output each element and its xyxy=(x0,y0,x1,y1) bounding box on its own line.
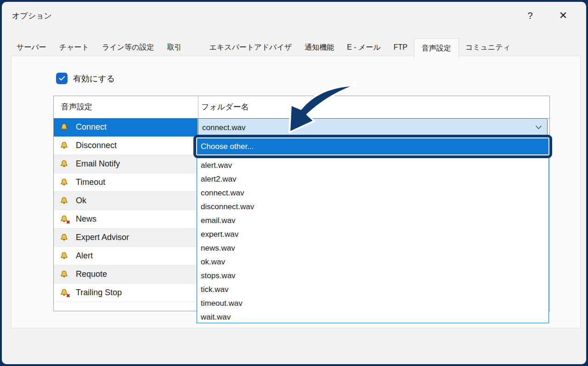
dropdown-item[interactable]: alert.wav xyxy=(197,159,548,172)
dropdown-item[interactable]: alert2.wav xyxy=(197,172,548,186)
dropdown-item[interactable]: email.wav xyxy=(197,214,548,228)
row-label: Alert xyxy=(76,251,93,261)
check-icon xyxy=(59,76,65,81)
row-label: News xyxy=(76,214,96,224)
tab-item[interactable]: サーバー xyxy=(10,39,53,56)
bell-icon xyxy=(60,197,68,205)
row-label: Disconnect xyxy=(76,141,117,150)
bell-icon xyxy=(60,160,68,168)
bell-icon xyxy=(60,178,68,186)
enable-checkbox[interactable] xyxy=(56,73,68,84)
table-row[interactable]: Connect xyxy=(54,118,198,137)
row-label: Email Notify xyxy=(76,159,120,169)
folder-combobox[interactable]: connect.wav xyxy=(198,118,548,137)
bell-icon xyxy=(60,270,68,278)
wav-dropdown-items: alert.wavalert2.wavconnect.wavdisconnect… xyxy=(197,159,548,324)
sound-event-list: ConnectDisconnectEmail NotifyTimeoutOk✖N… xyxy=(54,118,198,302)
enable-checkbox-label: 有効にする xyxy=(73,73,115,84)
dialog-title: オプション xyxy=(12,11,52,21)
row-label: Timeout xyxy=(76,177,105,187)
bell-icon xyxy=(60,234,68,241)
row-label: Connect xyxy=(76,122,107,132)
chevron-down-icon xyxy=(536,126,542,130)
table-row[interactable]: ✖Trailing Stop xyxy=(54,284,198,302)
bell-icon xyxy=(60,252,68,260)
dropdown-item[interactable]: ok.wav xyxy=(197,255,548,269)
bell-muted-icon: ✖ xyxy=(60,215,68,223)
row-label: Ok xyxy=(76,196,86,206)
dropdown-item[interactable]: news.wav xyxy=(197,241,548,255)
help-icon[interactable]: ? xyxy=(520,8,540,23)
bell-icon xyxy=(60,160,68,168)
column-separator xyxy=(198,96,198,118)
annotation-highlight-box: Choose other... xyxy=(193,135,552,158)
options-dialog: オプション ? ✕ サーバーチャートライン等の設定取引エキスパートアドバイザ通知… xyxy=(0,0,588,366)
tab-active[interactable]: 音声設定 xyxy=(414,38,459,58)
table-row[interactable]: Email Notify xyxy=(54,155,198,173)
bell-icon xyxy=(60,178,68,186)
close-icon[interactable]: ✕ xyxy=(553,8,573,23)
sound-table-header: 音声設定 フォルダー名 xyxy=(54,96,549,119)
bell-icon xyxy=(60,123,68,131)
footer: OK キャンセル ヘルプ xyxy=(2,326,586,364)
tab-item[interactable]: エキスパートアドバイザ xyxy=(203,39,298,56)
dropdown-item-choose-other[interactable]: Choose other... xyxy=(197,138,548,154)
bell-icon xyxy=(60,270,68,278)
dropdown-item[interactable]: connect.wav xyxy=(197,186,548,200)
table-row[interactable]: ✖News xyxy=(54,210,198,229)
title-bar: オプション ? ✕ xyxy=(2,2,586,29)
tab-bar: サーバーチャートライン等の設定取引エキスパートアドバイザ通知機能E - メールF… xyxy=(10,39,517,56)
row-label: Expert Advisor xyxy=(76,233,129,242)
bell-muted-icon: ✖ xyxy=(60,289,68,297)
dropdown-item[interactable]: timeout.wav xyxy=(197,297,548,310)
table-row[interactable]: Disconnect xyxy=(54,137,198,155)
table-row[interactable]: Timeout xyxy=(54,173,198,192)
column-header-sound: 音声設定 xyxy=(61,96,92,118)
row-label: Trailing Stop xyxy=(76,288,122,297)
tab-item[interactable]: チャート xyxy=(53,39,96,56)
tab-item[interactable]: 取引 xyxy=(160,39,203,56)
dropdown-item[interactable]: disconnect.wav xyxy=(197,200,548,214)
bell-icon xyxy=(60,197,68,205)
dropdown-item[interactable]: stops.wav xyxy=(197,269,548,283)
wav-dropdown-list: alert.wavalert2.wavconnect.wavdisconnect… xyxy=(197,137,549,323)
tab-item[interactable]: 通知機能 xyxy=(298,39,340,56)
tab-item[interactable]: コミュニティ xyxy=(459,39,517,56)
dropdown-item[interactable]: tick.wav xyxy=(197,283,548,297)
bell-icon xyxy=(60,142,68,149)
row-label: Requote xyxy=(76,269,107,279)
table-row[interactable]: Ok xyxy=(54,192,198,210)
mute-x-icon: ✖ xyxy=(66,220,70,225)
table-row[interactable]: Expert Advisor xyxy=(54,229,198,247)
tab-item[interactable]: ライン等の設定 xyxy=(96,39,161,56)
bell-icon xyxy=(60,142,68,149)
table-row[interactable]: Requote xyxy=(54,265,198,284)
dropdown-item[interactable]: expert.wav xyxy=(197,228,548,241)
bell-icon xyxy=(60,123,68,131)
enable-checkbox-row[interactable]: 有効にする xyxy=(56,73,115,84)
combobox-value: connect.wav xyxy=(202,123,246,132)
tab-item[interactable]: E - メール xyxy=(340,39,387,56)
bell-icon xyxy=(60,234,68,241)
column-header-folder: フォルダー名 xyxy=(201,96,249,118)
dropdown-item[interactable]: wait.wav xyxy=(197,310,548,324)
bell-icon xyxy=(60,252,68,260)
table-row[interactable]: Alert xyxy=(54,247,198,265)
tab-item[interactable]: FTP xyxy=(387,39,414,56)
mute-x-icon: ✖ xyxy=(66,293,70,298)
